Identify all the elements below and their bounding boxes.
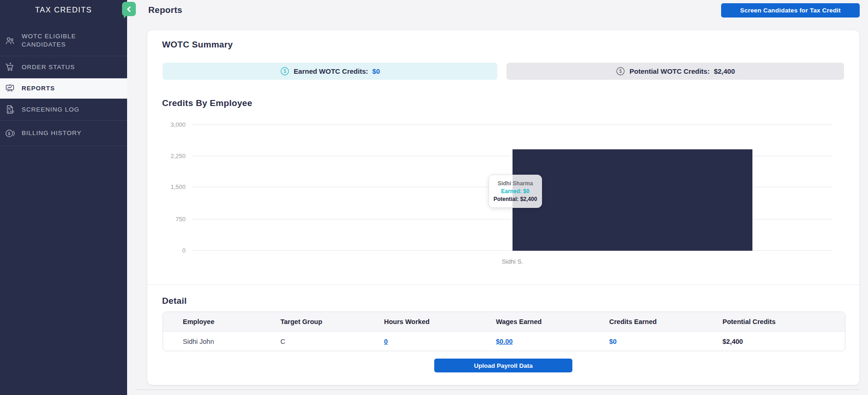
sidebar-item-billing-history[interactable]: $ BILLING HISTORY bbox=[0, 121, 127, 146]
cell-credits-earned-link: $0 bbox=[609, 338, 722, 345]
tooltip-employee-name: Sidhi Sharma bbox=[491, 180, 540, 188]
sidebar-collapse-button[interactable] bbox=[122, 2, 136, 16]
log-document-icon: LOG bbox=[4, 104, 16, 115]
cell-wages-earned-link: $0.00 bbox=[496, 338, 609, 345]
y-axis-tick: 0 bbox=[160, 247, 186, 254]
column-header-potential-credits: Potential Credits bbox=[722, 318, 845, 325]
y-axis-tick: 2,250 bbox=[160, 153, 186, 159]
table-header-row: Employee Target Group Hours Worked Wages… bbox=[163, 312, 845, 331]
sidebar-item-label: SCREENING LOG bbox=[22, 106, 80, 114]
page-title: Reports bbox=[148, 5, 182, 15]
sidebar-title: TAX CREDITS bbox=[0, 0, 127, 25]
sidebar-item-label: WOTC ELIGIBLE CANDIDATES bbox=[22, 32, 91, 49]
cell-potential-credits: $2,400 bbox=[722, 338, 845, 345]
x-axis-label: Sidhi S. bbox=[502, 258, 524, 265]
svg-text:$: $ bbox=[284, 69, 286, 74]
sidebar-item-label: BILLING HISTORY bbox=[22, 129, 82, 137]
upload-payroll-data-button[interactable]: Upload Payroll Data bbox=[434, 359, 572, 372]
hours-worked-link[interactable]: 0 bbox=[384, 338, 388, 345]
y-axis-tick: 1,500 bbox=[160, 183, 186, 190]
dollar-circle-icon: $ bbox=[616, 66, 625, 76]
users-icon bbox=[4, 35, 16, 46]
cart-icon bbox=[4, 62, 16, 72]
wotc-summary-card: WOTC Summary $ Earned WOTC Credits: $0 $… bbox=[147, 30, 859, 385]
dollar-circle-icon: $ bbox=[280, 66, 290, 76]
sidebar-item-screening-log[interactable]: LOG SCREENING LOG bbox=[0, 99, 127, 121]
sidebar-title-text: TAX CREDITS bbox=[35, 6, 92, 14]
cell-hours-worked-link: 0 bbox=[384, 338, 496, 345]
y-axis-tick: 750 bbox=[160, 216, 186, 223]
tooltip-potential: Potential: $2,400 bbox=[491, 195, 540, 203]
sidebar-item-order-status[interactable]: ORDER STATUS bbox=[0, 56, 127, 78]
chevron-left-icon bbox=[124, 5, 134, 14]
column-header-wages-earned: Wages Earned bbox=[496, 318, 609, 325]
bottom-divider bbox=[135, 389, 859, 390]
column-header-employee: Employee bbox=[183, 318, 280, 325]
cell-target-group: C bbox=[280, 338, 384, 345]
tooltip-earned: Earned: $0 bbox=[491, 188, 540, 195]
svg-text:$: $ bbox=[8, 130, 11, 136]
chart-heading: Credits By Employee bbox=[162, 98, 252, 108]
column-header-credits-earned: Credits Earned bbox=[609, 318, 722, 325]
sidebar-item-label: ORDER STATUS bbox=[22, 63, 75, 71]
wotc-summary-heading: WOTC Summary bbox=[162, 40, 233, 50]
svg-text:$: $ bbox=[619, 69, 622, 74]
earned-credits-value: $0 bbox=[373, 67, 380, 75]
detail-heading: Detail bbox=[162, 296, 187, 306]
svg-text:LOG: LOG bbox=[8, 110, 15, 113]
potential-credits-value: $2,400 bbox=[714, 67, 735, 75]
potential-credits-label: Potential WOTC Credits: bbox=[629, 67, 710, 75]
earned-credits-label: Earned WOTC Credits: bbox=[294, 67, 368, 75]
wages-earned-link[interactable]: $0.00 bbox=[496, 338, 513, 345]
dollar-coin-icon: $ bbox=[4, 128, 16, 139]
gridline bbox=[192, 124, 833, 125]
potential-credits-pill: $ Potential WOTC Credits: $2,400 bbox=[507, 63, 844, 80]
sidebar-item-wotc-eligible-candidates[interactable]: WOTC ELIGIBLE CANDIDATES bbox=[0, 25, 127, 56]
detail-table: Employee Target Group Hours Worked Wages… bbox=[163, 312, 845, 351]
chart-board-icon bbox=[4, 83, 16, 94]
y-axis-tick: 3,000 bbox=[160, 121, 186, 128]
screen-candidates-button[interactable]: Screen Candidates for Tax Credit bbox=[721, 3, 860, 18]
sidebar: TAX CREDITS WOTC ELIGIBLE CANDIDATES ORD… bbox=[0, 0, 127, 395]
sidebar-item-label: REPORTS bbox=[22, 84, 55, 93]
sidebar-item-reports[interactable]: REPORTS bbox=[0, 78, 127, 99]
credits-earned-link[interactable]: $0 bbox=[609, 338, 617, 345]
cell-employee: Sidhi John bbox=[183, 338, 280, 345]
tax-credits-page: TAX CREDITS WOTC ELIGIBLE CANDIDATES ORD… bbox=[0, 0, 868, 395]
table-row: Sidhi John C 0 $0.00 $0 $2,400 bbox=[163, 331, 845, 351]
earned-credits-pill: $ Earned WOTC Credits: $0 bbox=[163, 63, 497, 80]
column-header-hours-worked: Hours Worked bbox=[384, 318, 496, 325]
potential-credits-bar[interactable] bbox=[513, 149, 752, 251]
chart-tooltip: Sidhi Sharma Earned: $0 Potential: $2,40… bbox=[489, 175, 542, 208]
column-header-target-group: Target Group bbox=[280, 318, 384, 325]
section-divider bbox=[147, 284, 859, 285]
